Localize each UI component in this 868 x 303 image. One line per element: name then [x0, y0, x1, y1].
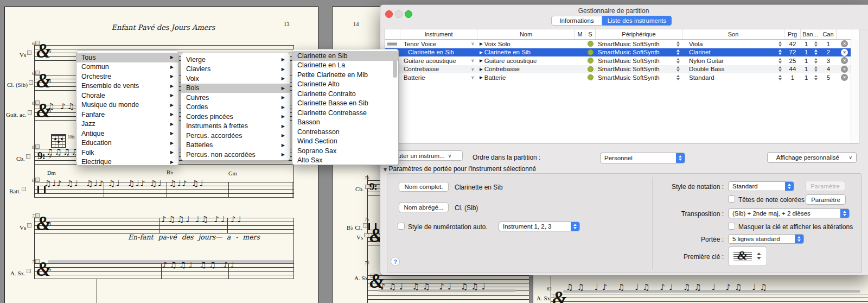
- menu-item[interactable]: Batteries▶: [181, 141, 290, 150]
- menu-item[interactable]: Claviers▶: [181, 65, 290, 74]
- delete-cell[interactable]: ✕: [837, 40, 852, 48]
- short-name-button[interactable]: Nom abrégé...: [399, 203, 449, 212]
- auto-numbering-checkbox[interactable]: [398, 223, 405, 230]
- menu-item[interactable]: Clarinette Contralto: [292, 89, 398, 99]
- name-cell[interactable]: ▶Batterie: [477, 73, 575, 82]
- sound-cell[interactable]: Double Bass: [682, 65, 784, 74]
- menu-item[interactable]: Percus. non accordées▶: [181, 150, 290, 160]
- menu-item[interactable]: Commun▶: [76, 62, 178, 72]
- staff-label[interactable]: Guit. ac.: [6, 110, 32, 118]
- instrument-cell[interactable]: Contrebasse∨: [400, 65, 477, 74]
- solo-cell[interactable]: [585, 73, 596, 82]
- menu-item[interactable]: Antique▶: [76, 129, 178, 138]
- menu-item[interactable]: Alto Sax: [292, 156, 398, 166]
- tab-informations[interactable]: Informations: [551, 16, 602, 26]
- stepper-icon[interactable]: [778, 49, 782, 55]
- menu-item[interactable]: Clarinette en Sib: [292, 51, 398, 61]
- menu-item[interactable]: Fanfare▶: [76, 110, 178, 119]
- menu-item[interactable]: Clarinette Contrebasse: [292, 108, 398, 118]
- menu-item[interactable]: Percus. accordées▶: [181, 131, 290, 141]
- table-row[interactable]: Contrebasse∨▶ContrebasseSmartMusic SoftS…: [385, 65, 859, 74]
- sound-cell[interactable]: Clarinet: [682, 48, 784, 57]
- menu-item[interactable]: Instruments à frettes▶: [181, 122, 290, 131]
- stepper-icon[interactable]: [676, 66, 680, 72]
- stepper-icon[interactable]: [814, 75, 818, 80]
- staff-label[interactable]: Batt.: [9, 187, 26, 194]
- device-cell[interactable]: SmartMusic SoftSynth: [596, 56, 682, 65]
- menu-item[interactable]: Cordes pincées▶: [181, 112, 290, 122]
- row-drag-handle[interactable]: [385, 40, 400, 48]
- stepper-icon[interactable]: [814, 66, 818, 72]
- menu-item[interactable]: Basson: [292, 118, 398, 128]
- menu-item[interactable]: Education▶: [76, 138, 178, 148]
- menu-item[interactable]: Wind Section: [292, 137, 398, 147]
- bank-cell[interactable]: 1: [801, 48, 820, 57]
- menu-item[interactable]: Bois▶: [181, 84, 290, 93]
- channel-cell[interactable]: 2: [820, 48, 837, 57]
- stepper-icon[interactable]: [778, 41, 782, 47]
- menu-item[interactable]: Clarinette Basse en Sib: [292, 99, 398, 109]
- stepper-icon[interactable]: [676, 75, 680, 80]
- instrument-cell[interactable]: Tenor Voice∨: [400, 40, 477, 48]
- delete-cell[interactable]: ✕: [837, 73, 852, 82]
- menu-item[interactable]: Cuivres▶: [181, 93, 290, 103]
- program-cell[interactable]: 72: [784, 48, 801, 57]
- channel-cell[interactable]: 1: [820, 40, 837, 48]
- menu-scrollbar-thumb[interactable]: [393, 60, 397, 78]
- menu-item[interactable]: Clarinette en La: [292, 61, 398, 71]
- device-cell[interactable]: SmartMusic SoftSynth: [596, 40, 682, 48]
- stepper-icon[interactable]: [814, 49, 818, 55]
- program-cell[interactable]: 25: [784, 56, 801, 65]
- menu-item[interactable]: Tous▶: [76, 53, 178, 62]
- instrument-cell[interactable]: Clarinette en Sib: [400, 48, 477, 57]
- menu-item[interactable]: Ensemble de vents▶: [76, 81, 178, 91]
- menu-item[interactable]: Petite Clarinette en Mib: [292, 70, 398, 80]
- device-cell[interactable]: SmartMusic SoftSynth: [596, 65, 682, 74]
- staff-label[interactable]: Cb.: [16, 154, 30, 162]
- first-clef-select[interactable]: &: [728, 247, 767, 266]
- menu-item[interactable]: Musique du monde▶: [76, 100, 178, 110]
- sound-cell[interactable]: Viola: [682, 40, 784, 48]
- table-row[interactable]: Batterie∨▶BatterieSmartMusic SoftSynthSt…: [385, 73, 859, 82]
- device-cell[interactable]: SmartMusic SoftSynth: [596, 48, 682, 57]
- bank-cell[interactable]: 1: [801, 56, 820, 65]
- mute-cell[interactable]: [575, 73, 585, 82]
- device-cell[interactable]: SmartMusic SoftSynth: [596, 73, 682, 82]
- order-select[interactable]: Personnel: [600, 153, 685, 163]
- staff-label[interactable]: A. Sx.: [10, 269, 31, 276]
- name-cell[interactable]: ▶Contrebasse: [477, 65, 575, 74]
- solo-cell[interactable]: [585, 40, 596, 48]
- staff-type-select[interactable]: 5 lignes standard: [728, 234, 804, 244]
- staff-handle[interactable]: [35, 178, 40, 182]
- bank-cell[interactable]: 1: [801, 40, 820, 48]
- stepper-icon[interactable]: [778, 66, 782, 72]
- staff-settings-disclosure[interactable]: ▼ Paramètres de portée pour l'instrument…: [384, 165, 536, 173]
- menu-item[interactable]: Cordes▶: [181, 103, 290, 112]
- name-cell[interactable]: ▶Clarinette en Sib: [477, 48, 575, 57]
- menu-item[interactable]: Clarinette Alto: [292, 80, 398, 90]
- solo-cell[interactable]: [585, 65, 596, 74]
- channel-cell[interactable]: 5: [820, 73, 837, 82]
- stepper-icon[interactable]: [676, 41, 680, 47]
- menu-item[interactable]: Folk▶: [76, 148, 178, 157]
- table-row[interactable]: Clarinette en Sib▶Clarinette en SibSmart…: [385, 48, 859, 57]
- mute-cell[interactable]: [575, 65, 585, 74]
- staff-label[interactable]: Vs: [20, 223, 31, 231]
- menu-item[interactable]: Voix▶: [181, 74, 290, 84]
- mute-cell[interactable]: [575, 40, 585, 48]
- table-row[interactable]: Guitare acoustique∨▶Guitare acoustiqueSm…: [385, 56, 859, 65]
- help-button[interactable]: ?: [391, 257, 400, 266]
- hide-clef-checkbox[interactable]: [728, 223, 735, 230]
- stepper-icon[interactable]: [814, 58, 818, 64]
- name-cell[interactable]: ▶Voix Solo: [477, 40, 575, 48]
- stepper-icon[interactable]: [814, 41, 818, 47]
- stepper-icon[interactable]: [778, 75, 782, 80]
- view-select[interactable]: Affichage personnalisé ∨: [767, 152, 857, 163]
- colored-noteheads-checkbox[interactable]: [728, 195, 735, 203]
- instrument-cell[interactable]: Guitare acoustique∨: [400, 56, 477, 65]
- transposition-select[interactable]: (Sib) + 2nde maj, + 2 dièses: [728, 209, 850, 218]
- stepper-icon[interactable]: [676, 58, 680, 64]
- delete-icon[interactable]: ✕: [841, 40, 848, 47]
- menu-item[interactable]: Vierge▶: [181, 55, 290, 65]
- staff-label[interactable]: Vs: [20, 50, 31, 58]
